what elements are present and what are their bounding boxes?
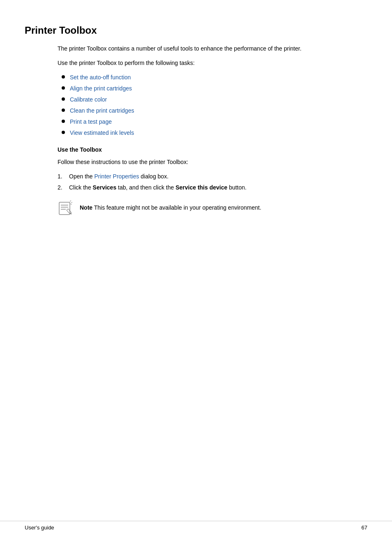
use-toolbox-heading: Use the Toolbox	[58, 146, 359, 153]
link-calibrate-color[interactable]: Calibrate color	[70, 95, 107, 104]
svg-line-7	[71, 202, 72, 203]
list-item: Set the auto-off function	[62, 73, 359, 82]
bullet-icon	[62, 120, 65, 123]
list-item: Calibrate color	[62, 95, 359, 104]
list-item: 2. Click the Services tab, and then clic…	[58, 183, 359, 192]
page: Printer Toolbox The printer Toolbox cont…	[0, 0, 392, 543]
svg-line-8	[70, 204, 72, 204]
link-view-ink-levels[interactable]: View estimated ink levels	[70, 129, 134, 137]
svg-line-6	[70, 201, 71, 201]
note-box: Note This feature might not be available…	[58, 200, 359, 217]
link-clean-cartridges[interactable]: Clean the print cartridges	[70, 106, 134, 115]
bullet-icon	[62, 97, 65, 101]
svg-rect-0	[59, 202, 70, 215]
page-title: Printer Toolbox	[25, 25, 359, 36]
bullet-icon	[62, 75, 65, 79]
bold-service-device: Service this device	[175, 184, 227, 191]
intro-paragraph-2: Use the printer Toolbox to perform the f…	[58, 59, 359, 67]
link-print-test-page[interactable]: Print a test page	[70, 118, 112, 126]
bold-services: Services	[93, 184, 117, 191]
link-align-cartridges[interactable]: Align the print cartridges	[70, 84, 132, 93]
instructions-list: 1. Open the Printer Properties dialog bo…	[58, 172, 359, 192]
link-printer-properties[interactable]: Printer Properties	[95, 173, 139, 180]
note-icon	[58, 200, 74, 217]
list-item: View estimated ink levels	[62, 129, 359, 137]
step-2-text: Click the Services tab, and then click t…	[69, 183, 247, 192]
footer-left: User's guide	[25, 525, 54, 531]
bullet-icon	[62, 86, 65, 90]
task-list: Set the auto-off function Align the prin…	[62, 73, 359, 137]
list-item: Align the print cartridges	[62, 84, 359, 93]
step-number: 1.	[58, 172, 69, 181]
note-text: This feature might not be available in y…	[92, 204, 261, 211]
list-item: Clean the print cartridges	[62, 106, 359, 115]
bullet-icon	[62, 109, 65, 112]
step-1-text: Open the Printer Properties dialog box.	[69, 172, 168, 181]
svg-rect-4	[67, 209, 71, 214]
content-block: The printer Toolbox contains a number of…	[58, 44, 359, 217]
bullet-icon	[62, 131, 65, 134]
step-number: 2.	[58, 183, 69, 192]
note-content: Note This feature might not be available…	[80, 200, 261, 212]
footer: User's guide 67	[0, 521, 392, 531]
use-toolbox-intro: Follow these instructions to use the pri…	[58, 158, 359, 166]
footer-right: 67	[362, 525, 367, 531]
intro-paragraph-1: The printer Toolbox contains a number of…	[58, 44, 359, 53]
list-item: 1. Open the Printer Properties dialog bo…	[58, 172, 359, 181]
link-set-auto-off[interactable]: Set the auto-off function	[70, 73, 131, 82]
list-item: Print a test page	[62, 118, 359, 126]
note-label: Note	[80, 204, 92, 211]
